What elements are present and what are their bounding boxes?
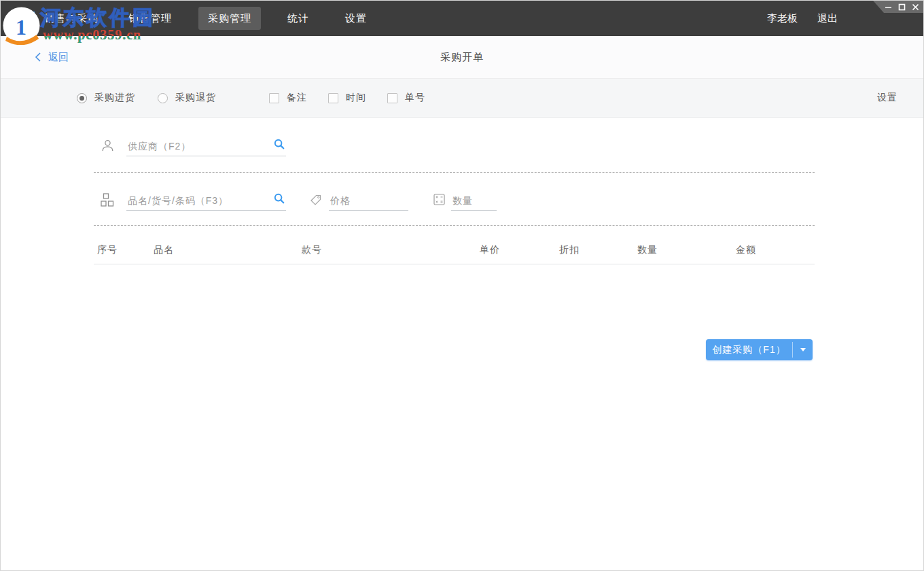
nav-item-purchase[interactable]: 采购管理 (198, 7, 261, 30)
nav-menu: 销售管理 采购管理 统计 设置 (119, 7, 393, 30)
product-field (126, 182, 286, 211)
checkbox-remark[interactable]: 备注 (269, 92, 307, 104)
nav-item-stats[interactable]: 统计 (278, 7, 319, 30)
radio-icon[interactable] (158, 93, 168, 103)
nav-item-sales[interactable]: 销售管理 (119, 7, 181, 30)
items-table-header: 序号 品名 款号 单价 折扣 数量 金额 (94, 235, 815, 264)
page-title: 采购开单 (1, 36, 923, 78)
maximize-icon[interactable] (898, 3, 906, 11)
quantity-input[interactable] (451, 182, 497, 211)
checkbox-icon[interactable] (269, 93, 279, 103)
create-purchase-label: 创建采购（F1） (706, 339, 792, 360)
divider-dashed (94, 225, 815, 226)
nav-item-settings[interactable]: 设置 (336, 7, 376, 30)
checkbox-order-number[interactable]: 单号 (387, 92, 425, 104)
radio-purchase-in[interactable]: 采购进货 (77, 92, 135, 104)
supplier-field (126, 128, 286, 156)
column-header-name: 品名 (154, 235, 174, 264)
quantity-field (451, 182, 497, 211)
price-tag-icon (310, 194, 322, 209)
filter-settings-button[interactable]: 设置 (877, 92, 898, 104)
radio-icon[interactable] (77, 93, 87, 103)
logout-button[interactable]: 退出 (817, 12, 838, 25)
divider-dashed (94, 172, 815, 173)
create-dropdown-button[interactable] (793, 339, 813, 360)
supplier-person-icon (101, 139, 115, 156)
column-header-amount: 金额 (736, 235, 756, 264)
filter-bar: 采购进货 采购退货 备注 时间 单号 设置 (1, 79, 923, 118)
app-logo-icon (21, 11, 35, 27)
checkbox-icon[interactable] (328, 93, 338, 103)
supplier-search-icon[interactable] (274, 139, 285, 150)
product-input[interactable] (126, 182, 286, 211)
minimize-icon[interactable] (885, 3, 892, 11)
checkbox-time[interactable]: 时间 (328, 92, 366, 104)
radio-purchase-return[interactable]: 采购退货 (158, 92, 216, 104)
app-title: 销售与采购 (44, 12, 99, 25)
column-header-qty: 数量 (637, 235, 658, 264)
chevron-down-icon (800, 348, 806, 351)
column-header-style: 款号 (302, 235, 322, 264)
current-user[interactable]: 李老板 (767, 12, 798, 25)
product-search-icon[interactable] (274, 193, 285, 204)
price-input[interactable] (329, 182, 408, 211)
product-blocks-icon (101, 193, 114, 209)
column-header-discount: 折扣 (559, 235, 580, 264)
column-header-index: 序号 (97, 235, 118, 264)
column-header-price: 单价 (480, 235, 500, 264)
price-field (329, 182, 408, 211)
checkbox-icon[interactable] (387, 93, 397, 103)
create-purchase-button[interactable]: 创建采购（F1） (706, 339, 813, 360)
close-icon[interactable] (912, 3, 919, 11)
supplier-input[interactable] (126, 128, 286, 156)
main-content: 序号 品名 款号 单价 折扣 数量 金额 创建采购（F1） (1, 118, 923, 571)
quantity-calculator-icon (433, 194, 445, 208)
navbar: 销售与采购 销售管理 采购管理 统计 设置 李老板 退出 (1, 1, 923, 36)
page-bar: 返回 采购开单 (1, 36, 923, 79)
